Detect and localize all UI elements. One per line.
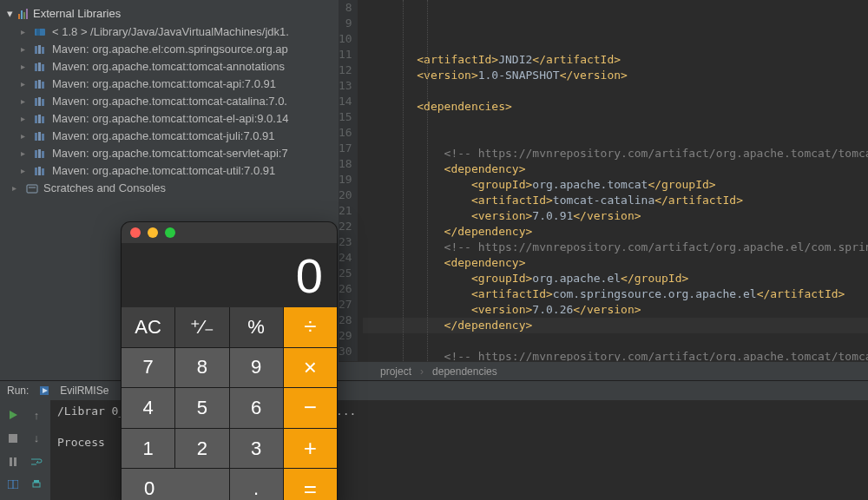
calc-key-ac[interactable]: AC [122, 307, 174, 347]
scratches-label: Scratches and Consoles [43, 181, 166, 196]
calc-key-6[interactable]: 6 [230, 388, 283, 428]
code-line[interactable]: <groupId>org.apache.tomcat</groupId> [363, 177, 868, 193]
calc-key-7[interactable]: 7 [122, 348, 174, 388]
pause-button[interactable] [3, 452, 23, 471]
chevron-right-icon: ▸ [21, 94, 30, 109]
calc-key-8[interactable]: 8 [175, 348, 228, 388]
breadcrumb[interactable]: project › dependencies [339, 361, 868, 380]
chevron-right-icon: ▸ [21, 42, 30, 57]
calc-key-4[interactable]: 4 [122, 388, 174, 428]
chevron-right-icon: ▸ [21, 163, 30, 179]
maven-library-node[interactable]: ▸Maven: org.apache.el:com.springsource.o… [5, 41, 339, 58]
calculator-titlebar[interactable] [122, 222, 337, 243]
maven-library-node[interactable]: ▸Maven: org.apache.tomcat:tomcat-el-api:… [5, 110, 339, 128]
code-line[interactable]: <!-- https://mvnrepository.com/artifact/… [363, 240, 868, 255]
svg-rect-37 [34, 480, 39, 483]
library-icon [34, 165, 48, 177]
code-line[interactable]: <artifactId>com.springsource.org.apache.… [363, 286, 868, 302]
calc-key-0[interactable]: 0 [122, 469, 229, 500]
breadcrumb-item[interactable]: project [380, 365, 411, 378]
jdk-node[interactable]: ▸< 1.8 > /Library/Java/JavaVirtualMachin… [5, 23, 339, 41]
chevron-right-icon: ▸ [21, 59, 30, 75]
run-config-name[interactable]: EvilRMISe [60, 385, 108, 397]
external-libraries-node[interactable]: ▾ External Libraries [5, 5, 339, 23]
code-line[interactable]: <!-- https://mvnrepository.com/artifact/… [363, 146, 868, 161]
chevron-right-icon: ▸ [21, 111, 30, 127]
maven-library-node[interactable]: ▸Maven: org.apache.tomcat:tomcat-api:7.0… [5, 76, 339, 93]
down-arrow-icon[interactable]: ↓ [27, 429, 46, 448]
code-line[interactable]: <version>1.0-SNAPSHOT</version> [363, 68, 868, 83]
maven-library-node[interactable]: ▸Maven: org.apache.tomcat:tomcat-servlet… [5, 145, 339, 162]
tree-item-label: < 1.8 > /Library/Java/JavaVirtualMachine… [52, 24, 289, 40]
svg-rect-18 [38, 132, 41, 141]
soft-wrap-icon[interactable] [27, 452, 46, 471]
calc-key-[interactable]: . [230, 469, 283, 500]
svg-rect-2 [35, 46, 37, 54]
calc-key-5[interactable]: 5 [175, 388, 228, 428]
code-line[interactable]: <!-- https://mvnrepository.com/artifact/… [363, 349, 868, 361]
maven-library-node[interactable]: ▸Maven: org.apache.tomcat:tomcat-catalin… [5, 93, 339, 110]
print-icon[interactable] [27, 475, 46, 494]
calc-key-[interactable]: × [284, 348, 337, 388]
svg-rect-16 [42, 116, 44, 123]
code-line[interactable]: <artifactId>tomcat-catalina</artifactId> [363, 193, 868, 208]
chevron-right-icon: ▸ [21, 76, 30, 92]
code-line[interactable] [363, 130, 868, 146]
layout-icon[interactable] [3, 475, 23, 494]
calculator-window[interactable]: 0 AC⁺∕₋%÷789×456−123+0.= [122, 222, 337, 500]
maven-library-node[interactable]: ▸Maven: org.apache.tomcat:tomcat-annotat… [5, 58, 339, 76]
calc-key-1[interactable]: 1 [122, 429, 174, 469]
close-icon[interactable] [130, 227, 141, 238]
calc-key-2[interactable]: 2 [175, 429, 228, 469]
minimize-icon[interactable] [148, 227, 158, 238]
svg-rect-8 [35, 81, 37, 89]
code-line[interactable] [363, 333, 868, 349]
tree-item-label: Maven: org.apache.tomcat:tomcat-api:7.0.… [52, 76, 276, 92]
code-line[interactable]: <dependencies> [363, 99, 868, 115]
code-line[interactable]: <version>7.0.91</version> [363, 208, 868, 224]
tree-item-label: Maven: org.apache.tomcat:tomcat-annotati… [52, 59, 285, 75]
svg-rect-7 [42, 64, 44, 71]
calc-key-[interactable]: ÷ [284, 307, 337, 347]
calc-key-3[interactable]: 3 [230, 429, 283, 469]
chevron-down-icon: ▾ [7, 7, 13, 20]
svg-rect-17 [35, 133, 37, 141]
code-line[interactable]: <groupId>org.apache.el</groupId> [363, 271, 868, 286]
code-line[interactable] [363, 115, 868, 130]
library-icon [34, 148, 48, 160]
tree-item-label: Maven: org.apache.el:com.springsource.or… [52, 42, 288, 57]
svg-rect-32 [10, 457, 12, 466]
up-arrow-icon[interactable]: ↑ [27, 405, 46, 424]
chevron-right-icon: ▸ [12, 181, 21, 196]
scratches-node[interactable]: ▸ Scratches and Consoles [5, 180, 339, 197]
library-icon [34, 113, 48, 125]
run-button[interactable] [3, 405, 23, 424]
maven-library-node[interactable]: ▸Maven: org.apache.tomcat:tomcat-util:7.… [5, 162, 339, 180]
stop-button[interactable] [3, 429, 23, 448]
editor-code[interactable]: <artifactId>JNDI2</artifactId> <version>… [358, 0, 868, 361]
external-libraries-label: External Libraries [33, 7, 121, 20]
code-line[interactable]: <version>7.0.26</version> [363, 302, 868, 318]
code-line[interactable]: </dependency> [363, 224, 868, 240]
svg-rect-19 [42, 134, 44, 141]
svg-rect-23 [35, 168, 37, 175]
editor-pane[interactable]: 8910111213141516171819202122232425262728… [339, 0, 868, 361]
library-icon [34, 43, 48, 56]
code-line[interactable]: <dependency> [363, 255, 868, 271]
calc-key-[interactable]: − [284, 388, 337, 428]
calc-key-9[interactable]: 9 [230, 348, 283, 388]
jdk-icon [34, 26, 48, 38]
maven-library-node[interactable]: ▸Maven: org.apache.tomcat:tomcat-juli:7.… [5, 128, 339, 145]
calc-key-[interactable]: ⁺∕₋ [175, 307, 228, 347]
maximize-icon[interactable] [165, 227, 175, 238]
code-line[interactable]: <artifactId>JNDI2</artifactId> [363, 52, 868, 68]
code-line[interactable]: </dependency> [363, 318, 868, 333]
code-line[interactable] [363, 83, 868, 99]
calc-key-[interactable]: % [230, 307, 283, 347]
breadcrumb-item[interactable]: dependencies [432, 365, 497, 378]
svg-rect-24 [38, 167, 41, 175]
calc-key-[interactable]: = [284, 469, 337, 500]
code-line[interactable]: <dependency> [363, 161, 868, 177]
calc-key-[interactable]: + [284, 429, 337, 469]
svg-rect-9 [38, 80, 41, 89]
